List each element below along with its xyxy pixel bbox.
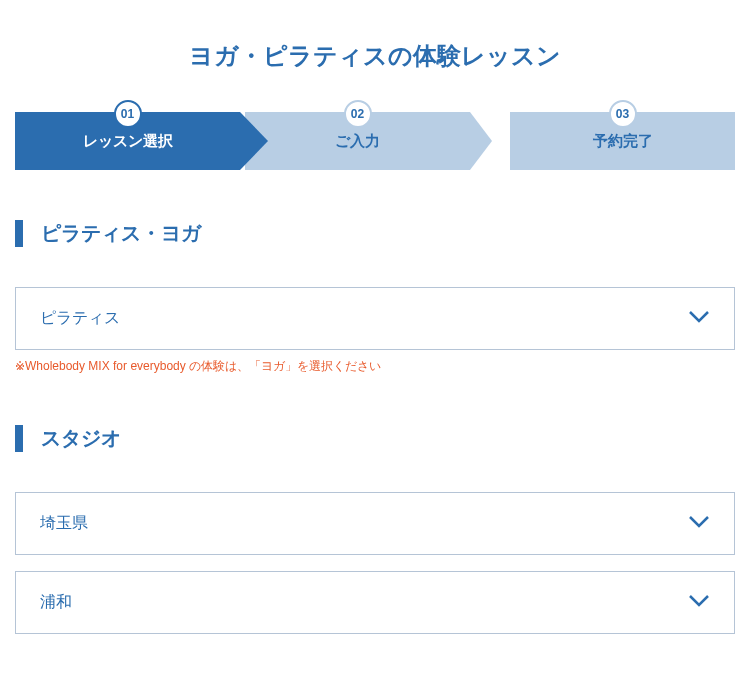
prefecture-value: 埼玉県 — [40, 513, 88, 534]
chevron-down-icon — [688, 515, 710, 533]
page-title: ヨガ・ピラティスの体験レッスン — [15, 40, 735, 72]
progress-steps: 01 レッスン選択 02 ご入力 03 予約完了 — [15, 112, 735, 170]
step-number-1: 01 — [114, 100, 142, 128]
lesson-type-note: ※Wholebody MIX for everybody の体験は、「ヨガ」を選… — [15, 358, 735, 375]
step-number-3: 03 — [609, 100, 637, 128]
chevron-down-icon — [688, 310, 710, 328]
lesson-type-select[interactable]: ピラティス — [15, 287, 735, 350]
step-number-2: 02 — [344, 100, 372, 128]
studio-value: 浦和 — [40, 592, 72, 613]
section-heading-type: ピラティス・ヨガ — [15, 220, 735, 247]
lesson-type-value: ピラティス — [40, 308, 120, 329]
section-heading-studio: スタジオ — [15, 425, 735, 452]
step-label-2: ご入力 — [335, 132, 380, 151]
chevron-down-icon — [688, 594, 710, 612]
step-input: 02 ご入力 — [245, 112, 470, 170]
studio-select[interactable]: 浦和 — [15, 571, 735, 634]
prefecture-select[interactable]: 埼玉県 — [15, 492, 735, 555]
step-lesson-select: 01 レッスン選択 — [15, 112, 240, 170]
step-label-1: レッスン選択 — [83, 132, 173, 151]
step-complete: 03 予約完了 — [510, 112, 735, 170]
step-label-3: 予約完了 — [593, 132, 653, 151]
